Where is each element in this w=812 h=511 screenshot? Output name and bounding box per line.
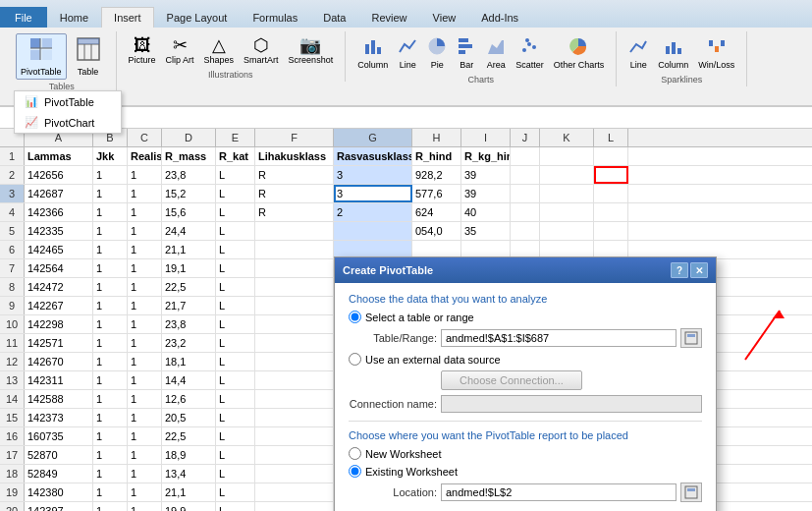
cell-d10[interactable]: 23,8 (162, 315, 216, 333)
table-range-picker-button[interactable] (680, 328, 702, 348)
cell-a11[interactable]: 142571 (25, 334, 93, 352)
cell-d4[interactable]: 15,6 (162, 203, 216, 221)
cell-l1[interactable] (594, 147, 628, 165)
cell-b4[interactable]: 1 (93, 203, 128, 221)
cell-j3[interactable] (511, 185, 540, 202)
area-chart-button[interactable]: Area (482, 33, 510, 73)
cell-f5[interactable] (255, 222, 334, 240)
bar-chart-button[interactable]: Bar (453, 33, 480, 73)
cell-c10[interactable]: 1 (128, 315, 162, 333)
cell-a17[interactable]: 52870 (25, 446, 93, 464)
tab-view[interactable]: View (420, 7, 469, 28)
column-chart-button[interactable]: Column (353, 33, 392, 73)
cell-e15[interactable]: L (216, 409, 255, 426)
col-header-f[interactable]: F (255, 129, 334, 146)
cell-e6[interactable]: L (216, 241, 255, 258)
cell-l4[interactable] (594, 203, 628, 221)
cell-d14[interactable]: 12,6 (162, 390, 216, 408)
cell-e19[interactable]: L (216, 483, 255, 501)
pie-chart-button[interactable]: Pie (423, 33, 451, 73)
cell-g4[interactable]: 2 (334, 203, 412, 221)
cell-d6[interactable]: 21,1 (162, 241, 216, 258)
cell-i4[interactable]: 40 (461, 203, 511, 221)
cell-b1[interactable]: Jkk (93, 147, 128, 165)
cell-b14[interactable]: 1 (93, 390, 128, 408)
cell-c7[interactable]: 1 (128, 259, 162, 277)
cell-a7[interactable]: 142564 (25, 259, 93, 277)
cell-k2[interactable] (540, 166, 594, 184)
cell-d2[interactable]: 23,8 (162, 166, 216, 184)
cell-b2[interactable]: 1 (93, 166, 128, 184)
cell-f15[interactable] (255, 409, 334, 426)
cell-c11[interactable]: 1 (128, 334, 162, 352)
line-chart-button[interactable]: Line (394, 33, 421, 73)
cell-f12[interactable] (255, 353, 334, 370)
cell-b20[interactable]: 1 (93, 502, 128, 511)
cell-c4[interactable]: 1 (128, 203, 162, 221)
cell-e14[interactable]: L (216, 390, 255, 408)
cell-f16[interactable] (255, 427, 334, 445)
cell-g5[interactable] (334, 222, 412, 240)
tab-formulas[interactable]: Formulas (240, 7, 310, 28)
cell-c3[interactable]: 1 (128, 185, 162, 202)
cell-h4[interactable]: 624 (412, 203, 461, 221)
cell-f3[interactable]: R (255, 185, 334, 202)
cell-e16[interactable]: L (216, 427, 255, 445)
cell-c13[interactable]: 1 (128, 371, 162, 389)
cell-a6[interactable]: 142465 (25, 241, 93, 258)
cell-d20[interactable]: 19,9 (162, 502, 216, 511)
cell-j2[interactable] (511, 166, 540, 184)
cell-b11[interactable]: 1 (93, 334, 128, 352)
cell-a16[interactable]: 160735 (25, 427, 93, 445)
dialog-help-button[interactable]: ? (671, 262, 688, 278)
cell-d15[interactable]: 20,5 (162, 409, 216, 426)
col-header-h[interactable]: H (412, 129, 461, 146)
cell-f17[interactable] (255, 446, 334, 464)
cell-b10[interactable]: 1 (93, 315, 128, 333)
radio1-input[interactable] (349, 311, 361, 323)
cell-f18[interactable] (255, 465, 334, 483)
choose-connection-button[interactable]: Choose Connection... (441, 370, 582, 390)
cell-c14[interactable]: 1 (128, 390, 162, 408)
shapes-button[interactable]: △ Shapes (200, 33, 239, 68)
cell-b9[interactable]: 1 (93, 297, 128, 314)
col-header-d[interactable]: D (162, 129, 216, 146)
cell-f13[interactable] (255, 371, 334, 389)
tab-home[interactable]: Home (47, 7, 101, 28)
cell-e12[interactable]: L (216, 353, 255, 370)
cell-c20[interactable]: 1 (128, 502, 162, 511)
cell-d3[interactable]: 15,2 (162, 185, 216, 202)
cell-d1[interactable]: R_mass (162, 147, 216, 165)
cell-d18[interactable]: 13,4 (162, 465, 216, 483)
cell-e9[interactable]: L (216, 297, 255, 314)
picture-button[interactable]: 🖼 Picture (125, 33, 160, 68)
cell-i3[interactable]: 39 (461, 185, 511, 202)
cell-e11[interactable]: L (216, 334, 255, 352)
cell-h1[interactable]: R_hind (412, 147, 461, 165)
cell-d16[interactable]: 22,5 (162, 427, 216, 445)
cell-d7[interactable]: 19,1 (162, 259, 216, 277)
cell-d13[interactable]: 14,4 (162, 371, 216, 389)
cell-a10[interactable]: 142298 (25, 315, 93, 333)
pivot-table-item[interactable]: 📊 PivotTable (15, 91, 121, 112)
cell-l3[interactable] (594, 185, 628, 202)
cell-e13[interactable]: L (216, 371, 255, 389)
cell-a9[interactable]: 142267 (25, 297, 93, 314)
col-header-j[interactable]: J (511, 129, 540, 146)
cell-c19[interactable]: 1 (128, 483, 162, 501)
radio1-label[interactable]: Select a table or range (349, 311, 474, 323)
cell-a2[interactable]: 142656 (25, 166, 93, 184)
cell-c15[interactable]: 1 (128, 409, 162, 426)
cell-b7[interactable]: 1 (93, 259, 128, 277)
cell-d17[interactable]: 18,9 (162, 446, 216, 464)
cell-b19[interactable]: 1 (93, 483, 128, 501)
cell-c6[interactable]: 1 (128, 241, 162, 258)
cell-i1[interactable]: R_kg_hind (461, 147, 511, 165)
cell-d8[interactable]: 22,5 (162, 278, 216, 296)
cell-h2[interactable]: 928,2 (412, 166, 461, 184)
cell-e7[interactable]: L (216, 259, 255, 277)
cell-a4[interactable]: 142366 (25, 203, 93, 221)
cell-c8[interactable]: 1 (128, 278, 162, 296)
location-picker-button[interactable] (680, 483, 702, 502)
scatter-chart-button[interactable]: Scatter (512, 33, 548, 73)
